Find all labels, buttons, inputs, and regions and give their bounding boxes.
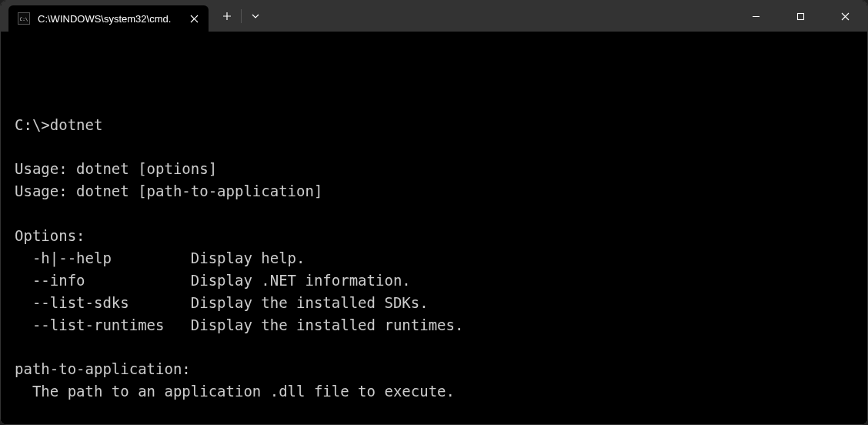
close-icon [190, 15, 199, 23]
tab-close-button[interactable] [187, 12, 201, 25]
minimize-icon [752, 12, 760, 21]
tab-title: C:\WINDOWS\system32\cmd. [38, 13, 179, 25]
window-controls [733, 1, 867, 32]
svg-rect-0 [797, 13, 803, 19]
chevron-down-icon [251, 12, 260, 21]
tab-cmd[interactable]: C:\ C:\WINDOWS\system32\cmd. [8, 5, 209, 32]
plus-icon [222, 12, 232, 21]
terminal-output[interactable]: C:\>dotnet Usage: dotnet [options] Usage… [1, 32, 867, 424]
terminal-window: C:\ C:\WINDOWS\system32\cmd. [0, 0, 868, 425]
maximize-button[interactable] [778, 1, 823, 32]
maximize-icon [796, 12, 805, 21]
close-icon [841, 12, 850, 21]
terminal-text: C:\>dotnet Usage: dotnet [options] Usage… [15, 92, 853, 424]
new-tab-button[interactable] [213, 1, 241, 32]
titlebar: C:\ C:\WINDOWS\system32\cmd. [1, 1, 867, 32]
minimize-button[interactable] [733, 1, 778, 32]
close-window-button[interactable] [823, 1, 867, 32]
tab-actions [213, 1, 269, 32]
cmd-icon: C:\ [18, 12, 30, 25]
tab-dropdown-button[interactable] [242, 1, 269, 32]
